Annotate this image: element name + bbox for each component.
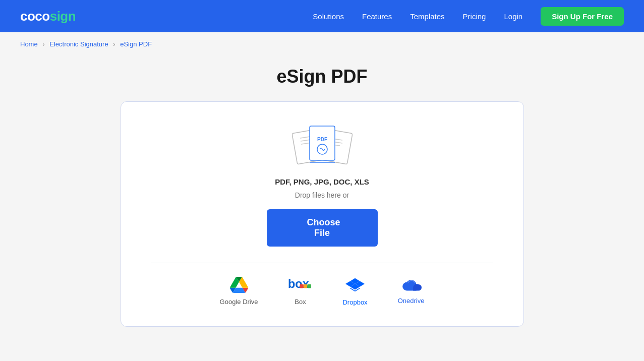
file-illustration: PDF	[292, 122, 353, 167]
box-label: Box	[295, 298, 306, 306]
svg-rect-8	[310, 126, 335, 160]
dropbox-icon	[345, 275, 365, 294]
breadcrumb-current: eSign PDF	[120, 40, 152, 48]
file-illustration-svg: PDF	[292, 122, 353, 167]
nav-solutions[interactable]: Solutions	[313, 12, 344, 21]
header: cocosign Solutions Features Templates Pr…	[0, 0, 644, 32]
formats-label: PDF, PNG, JPG, DOC, XLS	[275, 177, 369, 186]
signup-button[interactable]: Sign Up For Free	[541, 7, 624, 26]
google-drive-icon	[230, 276, 248, 294]
onedrive-icon	[400, 277, 422, 293]
svg-text:PDF: PDF	[317, 137, 327, 142]
cloud-services-row: Google Drive box Box	[220, 275, 425, 306]
onedrive-label: Onedrive	[398, 297, 425, 305]
google-drive-label: Google Drive	[220, 298, 258, 306]
logo[interactable]: cocosign	[20, 9, 76, 24]
logo-sign: sign	[50, 9, 76, 24]
svg-rect-13	[300, 284, 304, 288]
dropbox-label: Dropbox	[342, 298, 367, 306]
svg-text:box: box	[288, 277, 309, 290]
breadcrumb-esignature[interactable]: Electronic Signature	[49, 40, 108, 48]
svg-rect-15	[308, 284, 311, 288]
nav-login[interactable]: Login	[504, 12, 522, 21]
onedrive-item[interactable]: Onedrive	[398, 277, 425, 305]
breadcrumb-home[interactable]: Home	[20, 40, 38, 48]
box-icon: box	[288, 276, 312, 294]
breadcrumb: Home › Electronic Signature › eSign PDF	[0, 32, 644, 56]
nav: Solutions Features Templates Pricing Log…	[313, 7, 624, 26]
choose-file-button[interactable]: Choose File	[267, 209, 378, 247]
breadcrumb-sep-1: ›	[42, 40, 44, 48]
logo-coco: coco	[20, 9, 50, 24]
divider	[151, 263, 493, 263]
breadcrumb-sep-2: ›	[113, 40, 115, 48]
upload-card: PDF PDF, PNG, JPG, DOC, XLS Drop files h…	[121, 101, 524, 327]
box-item[interactable]: box Box	[288, 276, 312, 306]
nav-features[interactable]: Features	[362, 12, 392, 21]
nav-pricing[interactable]: Pricing	[463, 12, 486, 21]
svg-rect-14	[304, 284, 307, 288]
main-content: eSign PDF PDF	[0, 56, 644, 347]
drop-label: Drop files here or	[295, 191, 349, 199]
dropbox-item[interactable]: Dropbox	[342, 275, 367, 306]
google-drive-item[interactable]: Google Drive	[220, 276, 258, 306]
page-title: eSign PDF	[276, 66, 367, 87]
nav-templates[interactable]: Templates	[410, 12, 444, 21]
